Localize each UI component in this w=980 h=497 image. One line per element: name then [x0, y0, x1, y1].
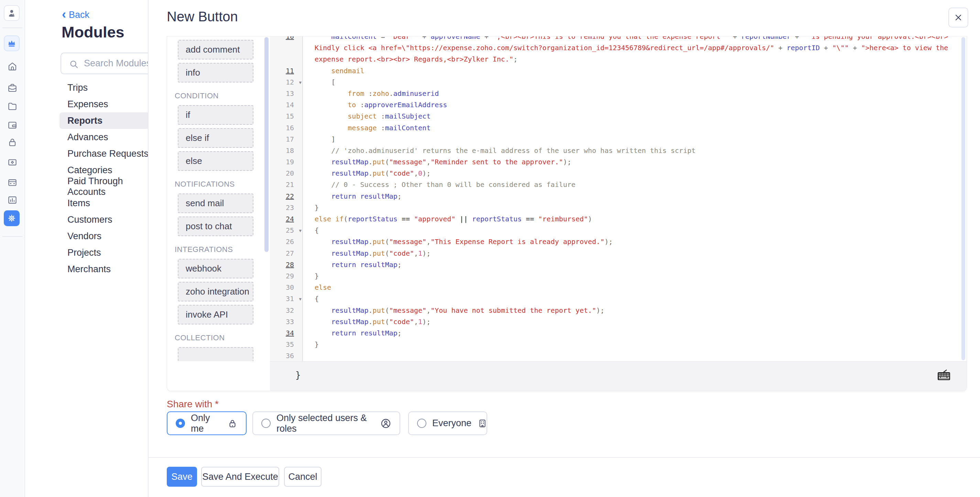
- code-editor[interactable]: 10 mailContent = "Dear " + approverName …: [270, 37, 967, 391]
- user-circle-icon: [380, 418, 391, 429]
- home-icon[interactable]: [7, 61, 18, 72]
- module-item-items[interactable]: Items: [59, 195, 163, 211]
- module-item-advances[interactable]: Advances: [59, 129, 163, 145]
- share-option-selected-users-roles[interactable]: Only selected users & roles: [252, 411, 400, 435]
- palette-button-else-if[interactable]: else if: [178, 128, 253, 148]
- palette-button-post-to-chat[interactable]: post to chat: [178, 216, 253, 236]
- code-text: subject :mailSubject: [303, 111, 967, 122]
- code-line[interactable]: 29}: [270, 270, 967, 282]
- code-line[interactable]: 17 ]: [270, 134, 967, 145]
- back-link[interactable]: ‹ Back: [62, 10, 89, 20]
- code-line[interactable]: 33 resultMap.put("code",1);: [270, 316, 967, 327]
- code-line[interactable]: 10 mailContent = "Dear " + approverName …: [270, 37, 967, 42]
- radio-button[interactable]: [417, 419, 426, 428]
- code-line[interactable]: 14 to :approverEmailAddress: [270, 99, 967, 111]
- palette-button-if[interactable]: if: [178, 105, 253, 125]
- code-text: }: [303, 339, 967, 350]
- code-line[interactable]: 25▾{: [270, 225, 967, 236]
- code-line[interactable]: 35}: [270, 339, 967, 350]
- code-line[interactable]: 18 // 'zoho.adminuserid' returns the e-m…: [270, 145, 967, 156]
- module-item-reports[interactable]: Reports: [59, 113, 163, 129]
- code-rows[interactable]: 10 mailContent = "Dear " + approverName …: [270, 37, 967, 361]
- user-avatar-icon[interactable]: [4, 5, 20, 21]
- module-item-merchants[interactable]: Merchants: [59, 261, 163, 277]
- gutter-cell: 31▾: [270, 293, 303, 305]
- palette-button-clipped[interactable]: [178, 347, 253, 361]
- code-line[interactable]: 16 message :mailContent: [270, 122, 967, 134]
- module-item-customers[interactable]: Customers: [59, 211, 163, 228]
- code-line[interactable]: 34 return resultMap;: [270, 327, 967, 339]
- editor-scrollbar[interactable]: [961, 37, 965, 360]
- module-item-projects[interactable]: Projects: [59, 245, 163, 261]
- code-line[interactable]: 27 resultMap.put("code",1);: [270, 248, 967, 259]
- code-line[interactable]: 19 resultMap.put("message","Reminder sen…: [270, 156, 967, 168]
- code-line[interactable]: 30else: [270, 282, 967, 293]
- share-option-everyone[interactable]: Everyone: [408, 411, 487, 435]
- code-line[interactable]: 28 return resultMap;: [270, 259, 967, 270]
- line-number: 18: [286, 145, 294, 156]
- code-line[interactable]: 24else if(reportStatus == "approved" || …: [270, 213, 967, 225]
- gutter-cell: 32: [270, 305, 303, 316]
- radio-button[interactable]: [176, 419, 185, 428]
- back-label: Back: [69, 10, 89, 20]
- module-item-paid-through-accounts[interactable]: Paid Through Accounts: [59, 178, 163, 195]
- fold-arrow-icon[interactable]: ▾: [299, 293, 302, 305]
- palette-button-zoho-integration[interactable]: zoho integration: [178, 282, 253, 302]
- palette-button-send-mail[interactable]: send mail: [178, 194, 253, 213]
- card-rows-icon[interactable]: [7, 177, 18, 188]
- keyboard-icon[interactable]: [936, 369, 951, 383]
- card-diamond-icon[interactable]: [7, 157, 18, 168]
- palette-scrollbar[interactable]: [264, 37, 269, 252]
- code-line[interactable]: 32 resultMap.put("message","You have not…: [270, 305, 967, 316]
- gutter-cell: 21: [270, 179, 303, 191]
- palette-button-else[interactable]: else: [178, 151, 253, 171]
- code-line[interactable]: Kindly click <a href=\"https://expense.z…: [270, 42, 967, 54]
- wallet-icon[interactable]: [7, 119, 18, 130]
- save-and-execute-button[interactable]: Save And Execute: [201, 467, 279, 487]
- code-line[interactable]: expense report.<br><br> Regards,<br>Zylk…: [270, 54, 967, 65]
- code-line[interactable]: 12▾ [: [270, 77, 967, 88]
- line-number: 21: [286, 179, 294, 191]
- module-item-trips[interactable]: Trips: [59, 79, 163, 96]
- code-line[interactable]: 21 // 0 - Success ; Other than 0 will be…: [270, 179, 967, 191]
- module-item-vendors[interactable]: Vendors: [59, 228, 163, 245]
- lock-icon[interactable]: [7, 137, 18, 148]
- close-button[interactable]: [948, 8, 968, 27]
- gear-icon[interactable]: [4, 210, 20, 226]
- module-item-expenses[interactable]: Expenses: [59, 96, 163, 113]
- crown-icon[interactable]: [4, 35, 20, 51]
- code-scroll-view[interactable]: 10 mailContent = "Dear " + approverName …: [270, 37, 967, 361]
- code-line[interactable]: 15 subject :mailSubject: [270, 111, 967, 122]
- radio-button[interactable]: [261, 419, 270, 428]
- save-button[interactable]: Save: [167, 467, 197, 487]
- share-option-only-me[interactable]: Only me: [167, 411, 247, 435]
- code-line[interactable]: 31▾{: [270, 293, 967, 305]
- gutter-cell: 18: [270, 145, 303, 156]
- code-text: resultMap.put("message","This Expense Re…: [303, 236, 967, 248]
- gutter-cell: 16: [270, 122, 303, 134]
- folder-icon[interactable]: [7, 101, 18, 112]
- code-line[interactable]: 22 return resultMap;: [270, 191, 967, 202]
- code-line[interactable]: 20 resultMap.put("code",0);: [270, 168, 967, 179]
- cancel-button[interactable]: Cancel: [284, 467, 321, 487]
- closing-brace: }: [295, 370, 301, 380]
- code-text: {: [303, 293, 967, 305]
- code-line[interactable]: 23}: [270, 202, 967, 213]
- bar-chart-icon[interactable]: [7, 195, 18, 206]
- palette-button-webhook[interactable]: webhook: [178, 259, 253, 278]
- briefcase-icon[interactable]: [7, 83, 18, 94]
- code-text: // 0 - Success ; Other than 0 will be co…: [303, 179, 967, 191]
- palette-button-add-comment[interactable]: add comment: [178, 40, 253, 59]
- gutter-cell: 29: [270, 270, 303, 282]
- code-line[interactable]: 13 from :zoho.adminuserid: [270, 88, 967, 99]
- code-line[interactable]: 11 sendmail: [270, 65, 967, 77]
- line-number: 27: [286, 248, 294, 259]
- line-number: 26: [286, 236, 294, 248]
- palette-button-invoke-api[interactable]: invoke API: [178, 305, 253, 324]
- code-line[interactable]: 26 resultMap.put("message","This Expense…: [270, 236, 967, 248]
- palette-button-info[interactable]: info: [178, 63, 253, 83]
- module-item-purchase-requests[interactable]: Purchase Requests: [59, 145, 163, 162]
- fold-arrow-icon[interactable]: ▾: [299, 77, 302, 88]
- code-line[interactable]: 36: [270, 350, 967, 361]
- fold-arrow-icon[interactable]: ▾: [299, 225, 302, 236]
